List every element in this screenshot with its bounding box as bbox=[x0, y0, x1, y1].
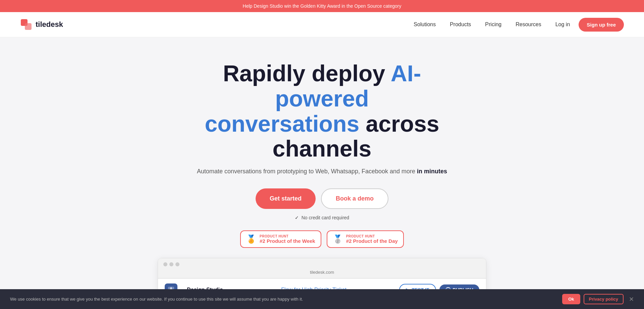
svg-rect-1 bbox=[25, 23, 32, 30]
no-credit-text: ✓ No credit card required bbox=[7, 215, 637, 220]
nav-products[interactable]: Products bbox=[444, 19, 476, 30]
hero-title-part1: Rapidly deploy bbox=[223, 60, 391, 86]
nav-links: Solutions Products Pricing Resources Log… bbox=[408, 18, 624, 32]
dot-3 bbox=[175, 262, 179, 266]
badge-day-rank: #2 Product of the Day bbox=[346, 238, 398, 244]
nav-resources[interactable]: Resources bbox=[510, 19, 546, 30]
nav-login[interactable]: Log in bbox=[550, 19, 576, 30]
book-demo-button[interactable]: Book a demo bbox=[321, 188, 388, 209]
browser-dots bbox=[163, 262, 481, 266]
dot-1 bbox=[163, 262, 167, 266]
cookie-actions: Ok Privacy policy bbox=[562, 294, 624, 304]
badge-day: 🥈 PRODUCT HUNT #2 Product of the Day bbox=[327, 230, 404, 248]
browser-chrome: tiledesk.com bbox=[158, 258, 486, 278]
get-started-button[interactable]: Get started bbox=[256, 188, 316, 209]
hero-title: Rapidly deploy AI-powered conversations … bbox=[188, 61, 456, 161]
cookie-privacy-button[interactable]: Privacy policy bbox=[584, 294, 624, 304]
browser-url: tiledesk.com bbox=[163, 270, 481, 278]
badge-day-label: PRODUCT HUNT bbox=[346, 234, 398, 238]
nav-pricing[interactable]: Pricing bbox=[480, 19, 507, 30]
badge-day-icon: 🥈 bbox=[333, 234, 343, 244]
cookie-ok-button[interactable]: Ok bbox=[562, 294, 580, 304]
dot-2 bbox=[169, 262, 173, 266]
badge-week-icon: 🏅 bbox=[246, 234, 256, 244]
banner-text: Help Design Studio win the Golden Kitty … bbox=[243, 3, 401, 9]
hero-subtitle-text: Automate conversations from prototyping … bbox=[197, 168, 417, 175]
navbar: tiledesk Solutions Products Pricing Reso… bbox=[0, 12, 644, 37]
cookie-text: We use cookies to ensure that we give yo… bbox=[10, 297, 555, 302]
check-icon: ✓ bbox=[295, 215, 299, 220]
hero-section: Rapidly deploy AI-powered conversations … bbox=[0, 37, 644, 309]
badges-area: 🏅 PRODUCT HUNT #2 Product of the Week 🥈 … bbox=[7, 230, 637, 248]
signup-button[interactable]: Sign up free bbox=[579, 18, 624, 32]
badge-day-text: PRODUCT HUNT #2 Product of the Day bbox=[346, 234, 398, 244]
hero-subtitle-bold: in minutes bbox=[417, 168, 447, 175]
logo-icon bbox=[20, 18, 32, 31]
logo-text: tiledesk bbox=[36, 20, 63, 29]
badge-week-rank: #2 Product of the Week bbox=[260, 238, 315, 244]
hero-title-part2: conversations bbox=[205, 111, 359, 136]
badge-week-label: PRODUCT HUNT bbox=[260, 234, 315, 238]
badge-week-text: PRODUCT HUNT #2 Product of the Week bbox=[260, 234, 315, 244]
hero-subtitle: Automate conversations from prototyping … bbox=[7, 168, 637, 175]
hero-buttons: Get started Book a demo bbox=[7, 188, 637, 209]
nav-solutions[interactable]: Solutions bbox=[408, 19, 441, 30]
badge-week: 🏅 PRODUCT HUNT #2 Product of the Week bbox=[240, 230, 321, 248]
cookie-close-button[interactable]: ✕ bbox=[629, 296, 634, 303]
top-banner: Help Design Studio win the Golden Kitty … bbox=[0, 0, 644, 12]
cookie-bar: We use cookies to ensure that we give yo… bbox=[0, 289, 644, 309]
logo-area: tiledesk bbox=[20, 18, 63, 31]
